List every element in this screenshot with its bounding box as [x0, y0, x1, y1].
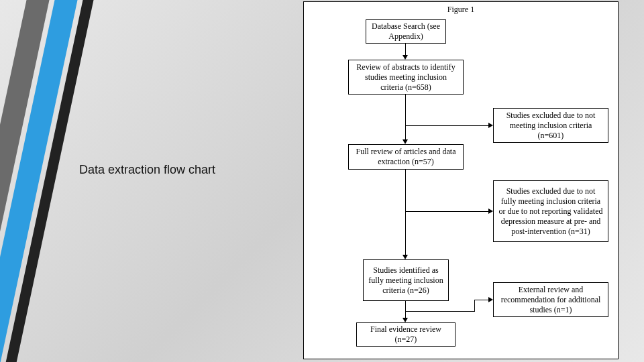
arrow-line: [405, 311, 475, 312]
slide: Data extraction flow chart Figure 1 Data…: [0, 0, 644, 362]
figure-label: Figure 1: [304, 5, 618, 15]
arrow-line: [405, 125, 488, 126]
flow-box-full-review: Full review of articles and data extract…: [348, 144, 464, 170]
arrow-line: [405, 301, 406, 318]
arrowhead-down-icon: [402, 139, 408, 144]
flow-box-final-review: Final evidence review (n=27): [356, 322, 455, 347]
flow-box-database-search: Database Search (see Appendix): [366, 19, 446, 44]
arrowhead-right-icon: [488, 208, 493, 214]
arrow-line: [405, 170, 406, 255]
arrow-line: [405, 95, 406, 139]
arrowhead-down-icon: [402, 255, 408, 259]
arrow-line: [474, 300, 488, 300]
slide-title: Data extraction flow chart: [79, 163, 215, 177]
arrow-line: [405, 44, 406, 55]
arrowhead-down-icon: [402, 318, 408, 322]
flow-box-studies-identified: Studies identified as fully meeting incl…: [363, 259, 449, 301]
flow-box-review-abstracts: Review of abstracts to identify studies …: [348, 60, 464, 95]
arrowhead-right-icon: [488, 123, 493, 128]
arrowhead-right-icon: [488, 297, 493, 302]
flow-box-excluded-31: Studies excluded due to not fully meetin…: [493, 180, 608, 242]
figure-1: Figure 1 Database Search (see Appendix) …: [303, 1, 619, 359]
accent-stripes: [0, 0, 174, 362]
arrow-line: [405, 211, 488, 212]
arrow-line: [474, 300, 475, 311]
flow-box-external-review: External review and recommendation for a…: [493, 282, 608, 317]
arrowhead-down-icon: [402, 55, 408, 60]
flow-box-excluded-601: Studies excluded due to not meeting incl…: [493, 108, 608, 143]
